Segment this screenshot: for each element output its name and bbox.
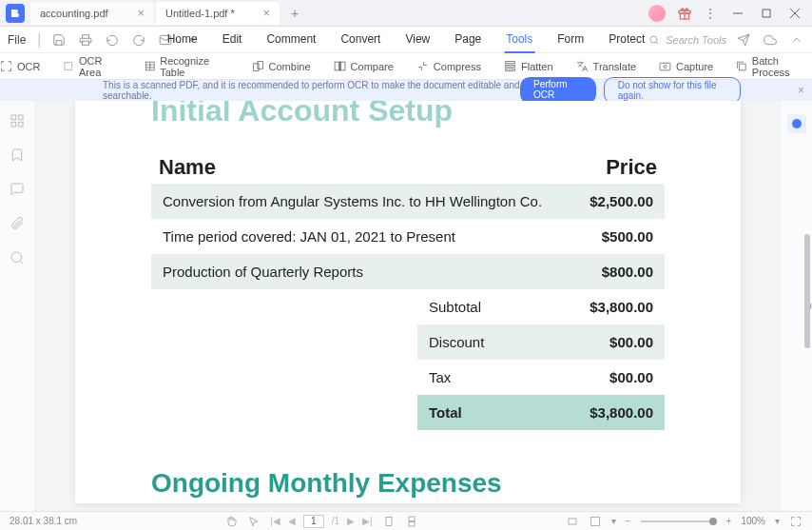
close-icon[interactable]: ×	[798, 84, 804, 97]
tab-convert[interactable]: Convert	[338, 27, 382, 53]
svg-point-25	[664, 65, 667, 68]
tab-form[interactable]: Form	[555, 27, 586, 53]
gift-icon[interactable]	[677, 6, 692, 21]
user-avatar[interactable]	[648, 5, 666, 22]
table-row: Production of Quarterly Reports $800.00	[151, 254, 665, 289]
svg-rect-23	[506, 69, 515, 70]
summary-tax: Tax$00.00	[417, 360, 665, 395]
tab-edit[interactable]: Edit	[221, 27, 244, 53]
comment-icon[interactable]	[9, 181, 26, 198]
thumbnails-icon[interactable]	[9, 112, 26, 129]
ocr-notice: This is a scanned PDF, and it is recomme…	[0, 80, 812, 101]
close-button[interactable]	[782, 2, 808, 25]
table-row: Time period covered: JAN 01, 2021 to Pre…	[151, 219, 665, 254]
redo-icon[interactable]	[131, 32, 146, 48]
attachment-icon[interactable]	[9, 215, 26, 232]
tab-accounting[interactable]: accounting.pdf ×	[30, 2, 154, 25]
svg-rect-22	[506, 65, 515, 67]
svg-rect-26	[740, 64, 746, 70]
notice-text: This is a scanned PDF, and it is recomme…	[103, 80, 520, 101]
capture-button[interactable]: Capture	[659, 60, 713, 72]
tab-protect[interactable]: Protect	[607, 27, 647, 53]
add-tab-button[interactable]: +	[285, 4, 304, 23]
more-icon[interactable]: ⋮	[704, 6, 717, 21]
fit-width-icon[interactable]	[566, 515, 579, 528]
svg-rect-27	[11, 115, 16, 120]
combine-button[interactable]: Combine	[252, 60, 311, 72]
select-tool-icon[interactable]	[247, 515, 261, 528]
undo-icon[interactable]	[105, 32, 120, 48]
svg-point-33	[792, 119, 802, 128]
compare-button[interactable]: Compare	[334, 60, 394, 72]
cloud-icon[interactable]	[763, 32, 778, 48]
recognize-table-button[interactable]: Recognize Table	[145, 55, 229, 78]
svg-rect-19	[340, 62, 344, 70]
tab-home[interactable]: Home	[165, 27, 200, 53]
search-placeholder: Search Tools	[666, 34, 726, 46]
page-input[interactable]	[303, 515, 324, 528]
ai-badge-icon[interactable]	[787, 114, 806, 133]
search-tools[interactable]: Search Tools	[648, 34, 726, 46]
tab-tools[interactable]: Tools	[504, 27, 534, 53]
zoom-in-icon[interactable]: +	[726, 516, 732, 526]
print-icon[interactable]	[78, 32, 93, 48]
zoom-level: 100%	[741, 516, 765, 526]
close-icon[interactable]: ×	[129, 6, 145, 20]
translate-button[interactable]: Translate	[576, 60, 636, 72]
prev-page-icon[interactable]: ◀	[288, 516, 296, 526]
svg-rect-38	[590, 517, 599, 525]
send-icon[interactable]	[736, 32, 751, 48]
flatten-button[interactable]: Flatten	[504, 60, 553, 72]
document-viewport[interactable]: Initial Account Setup Name Price Convers…	[34, 101, 782, 511]
bookmark-icon[interactable]	[9, 147, 26, 164]
titlebar-left: accounting.pdf × Untitled-1.pdf * × +	[0, 0, 304, 26]
search-icon[interactable]	[9, 249, 26, 266]
file-menu[interactable]: File	[8, 33, 26, 47]
tab-label: Untitled-1.pdf *	[165, 8, 235, 19]
svg-rect-28	[18, 115, 23, 120]
tab-label: accounting.pdf	[40, 8, 108, 19]
svg-rect-3	[763, 10, 770, 17]
zoom-slider[interactable]	[641, 520, 717, 522]
first-page-icon[interactable]: |◀	[270, 516, 280, 526]
compress-button[interactable]: Compress	[416, 60, 481, 72]
zoom-out-icon[interactable]: −	[626, 516, 631, 526]
status-center: |◀ ◀ /1 ▶ ▶|	[224, 515, 418, 528]
next-page-icon[interactable]: ▶	[347, 516, 355, 526]
svg-point-31	[11, 252, 22, 263]
svg-line-32	[20, 261, 23, 264]
single-page-icon[interactable]	[382, 515, 396, 528]
perform-ocr-button[interactable]: Perform OCR	[520, 77, 596, 104]
minimize-button[interactable]	[725, 2, 751, 25]
scrollbar[interactable]	[804, 234, 810, 348]
maximize-button[interactable]	[753, 2, 780, 25]
fullscreen-icon[interactable]	[789, 515, 802, 528]
tab-untitled[interactable]: Untitled-1.pdf * ×	[156, 2, 280, 25]
dismiss-notice-button[interactable]: Do not show for this file again.	[604, 77, 741, 104]
svg-rect-6	[82, 34, 88, 38]
chevron-down-icon[interactable]: ▾	[611, 516, 616, 526]
batch-process-button[interactable]: Batch Process	[736, 55, 812, 78]
view-mode-icon[interactable]	[589, 515, 602, 528]
continuous-page-icon[interactable]	[405, 515, 418, 528]
app-logo[interactable]	[6, 4, 25, 23]
svg-rect-7	[82, 41, 88, 45]
tab-view[interactable]: View	[403, 27, 432, 53]
ocr-area-button[interactable]: OCR Area	[63, 55, 121, 78]
close-icon[interactable]: ×	[255, 6, 270, 20]
chevron-down-icon[interactable]: ▾	[775, 516, 780, 526]
svg-rect-18	[335, 62, 338, 70]
svg-rect-24	[660, 63, 670, 70]
svg-point-9	[650, 36, 657, 43]
statusbar: 28.01 x 38.1 cm |◀ ◀ /1 ▶ ▶| ▾ − + 100% …	[0, 511, 812, 530]
status-right: ▾ − + 100% ▾	[566, 515, 802, 528]
last-page-icon[interactable]: ▶|	[362, 516, 373, 526]
save-icon[interactable]	[51, 32, 67, 48]
ocr-button[interactable]: OCR	[0, 60, 40, 72]
hand-tool-icon[interactable]	[224, 515, 238, 528]
tools-toolbar: OCR OCR Area Recognize Table Combine Com…	[0, 53, 812, 80]
tab-comment[interactable]: Comment	[264, 27, 318, 53]
collapse-icon[interactable]	[789, 32, 804, 48]
workspace: ▶ Initial Account Setup Name Price Conve…	[0, 101, 812, 511]
tab-page[interactable]: Page	[453, 27, 483, 53]
